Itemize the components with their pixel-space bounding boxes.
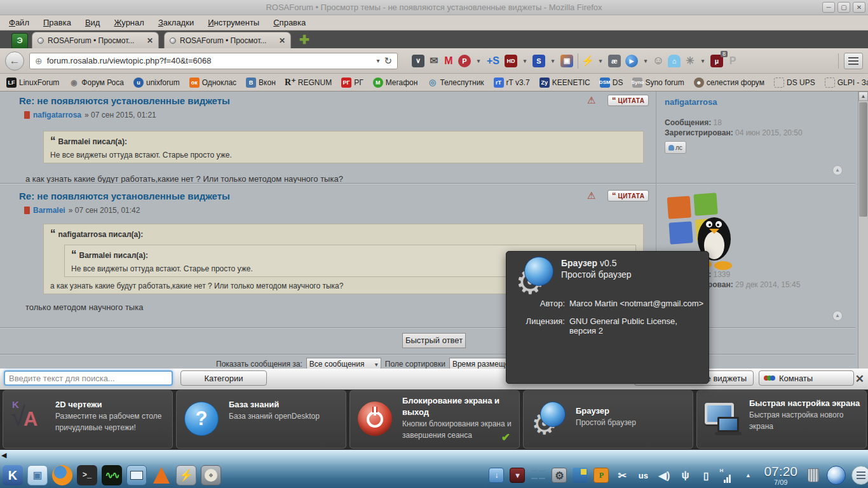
ghost-icon[interactable]: ⌂ xyxy=(668,55,681,67)
post-page-icon[interactable] xyxy=(24,111,30,119)
tab-1[interactable]: ROSAForum • Просмот... ✕ xyxy=(32,32,159,48)
ae-translate-icon[interactable]: æ xyxy=(608,55,621,67)
menu-file[interactable]: Файл xyxy=(9,18,29,27)
gmail-icon[interactable]: M xyxy=(444,55,454,67)
bookmark-megafon[interactable]: ММегафон xyxy=(373,78,418,88)
pinned-tab[interactable]: Э xyxy=(11,33,28,48)
widget-card-browser[interactable]: ⚙ БраузерПростой браузер xyxy=(523,390,693,449)
report-warning-icon[interactable]: ⚠ xyxy=(587,95,595,106)
maximize-button[interactable]: ▢ xyxy=(837,2,850,13)
pocket-icon[interactable]: ∨ xyxy=(412,55,424,67)
bookmark-rtorrent[interactable]: rTrT v3.7 xyxy=(494,78,530,88)
vlc-icon[interactable] xyxy=(151,465,172,485)
plugin-puzzle-icon[interactable] xyxy=(573,468,588,483)
url-text[interactable]: forum.rosalab.ru/viewtopic.php?f=40&t=60… xyxy=(47,56,372,65)
author-link[interactable]: nafigatarrosa xyxy=(33,111,81,119)
widget-card-lock-logout[interactable]: Блокирование экрана и выходКнопки блокир… xyxy=(349,390,520,449)
trash-icon[interactable] xyxy=(806,468,821,483)
dropdown-caret-icon[interactable]: ▾ xyxy=(522,55,528,67)
bookmark-syno-forum[interactable]: SynoSyno forum xyxy=(632,78,684,88)
savefrom-icon[interactable]: +S xyxy=(486,55,500,67)
system-monitor-icon[interactable]: ∿∿ xyxy=(102,465,122,485)
panel-settings-icon[interactable] xyxy=(851,466,868,485)
addon-p-icon[interactable]: P xyxy=(458,55,471,67)
back-button[interactable]: ← xyxy=(5,51,24,71)
reload-icon[interactable]: ↻ xyxy=(384,55,392,67)
disc-burner-icon[interactable] xyxy=(201,465,221,485)
quote-button[interactable]: “ ЦИТАТА xyxy=(607,190,649,201)
usb-icon[interactable]: ψ xyxy=(677,468,693,483)
post-title-link[interactable]: Re: не появляются установленные виджеты xyxy=(19,95,230,106)
scroll-top-icon[interactable]: ▲ xyxy=(832,165,843,175)
dropdown-caret-icon[interactable]: ▾ xyxy=(550,55,556,67)
bookmark-linuxforum[interactable]: LFLinuxForum xyxy=(6,78,59,88)
post-page-icon[interactable] xyxy=(24,207,30,214)
bookmark-rg[interactable]: РГРГ xyxy=(341,78,363,88)
addon-color-icon[interactable]: ▣ xyxy=(560,55,573,67)
tab-2-close-icon[interactable]: ✕ xyxy=(279,36,285,45)
panel-hide-icon[interactable]: ◀ xyxy=(1,451,6,459)
scrollbar-up-icon[interactable]: ▲ xyxy=(858,92,868,101)
private-message-button[interactable]: лс xyxy=(665,141,686,154)
scissors-icon[interactable]: ✂ xyxy=(614,468,630,483)
tab-2[interactable]: ROSAForum • Просмот... ✕ xyxy=(164,32,291,48)
tab-1-close-icon[interactable]: ✕ xyxy=(147,36,153,45)
quote-button[interactable]: “ ЦИТАТА xyxy=(607,95,649,106)
bookmark-ds[interactable]: DSMDS xyxy=(600,78,623,88)
menu-view[interactable]: Вид xyxy=(85,18,100,27)
close-button[interactable]: ✕ xyxy=(853,2,865,13)
network-signal-icon[interactable]: H xyxy=(719,468,735,483)
menu-edit[interactable]: Правка xyxy=(43,18,71,27)
toolbox-icon[interactable]: ▾ xyxy=(510,468,525,483)
settings-gear-icon[interactable]: ⚙ xyxy=(552,468,567,483)
smiley-icon[interactable]: ☺ xyxy=(653,55,663,67)
report-warning-icon[interactable]: ⚠ xyxy=(587,190,595,201)
downloads-icon[interactable]: ↓ xyxy=(489,468,504,483)
minimize-button[interactable]: ─ xyxy=(822,2,835,13)
profile-username-link[interactable]: nafigatarrosa xyxy=(665,97,717,107)
activities-button[interactable]: Комнаты xyxy=(759,370,854,386)
spider-icon[interactable]: ✳ xyxy=(685,55,695,67)
widget-search-input[interactable] xyxy=(4,370,173,386)
ublock-icon[interactable]: µ8 xyxy=(710,55,723,67)
menu-help[interactable]: Справка xyxy=(273,18,306,27)
menu-hamburger-button[interactable] xyxy=(844,53,863,69)
widget-card-knowledge-base[interactable]: ? База знанийБаза знаний openDesktop xyxy=(176,390,346,449)
bookmark-rosa-forum[interactable]: ◉Форум Роса xyxy=(69,78,124,88)
terminal-icon[interactable]: >_ xyxy=(77,465,97,485)
author-link[interactable]: Barmalei xyxy=(33,206,65,215)
bookmark-odnoklassniki[interactable]: окОдноклас xyxy=(189,78,236,88)
monitor-icon[interactable] xyxy=(126,465,147,485)
widget-card-screen-setup[interactable]: Быстрая настройка экранаБыстрая настройк… xyxy=(696,390,867,449)
window-titlebar[interactable]: ROSAForum • Просмотр темы - не появляютс… xyxy=(0,0,868,15)
save-disk-icon[interactable]: S xyxy=(532,55,545,67)
url-bar[interactable]: ⊕ forum.rosalab.ru/viewtopic.php?f=40&t=… xyxy=(29,53,398,69)
dropdown-caret-icon[interactable]: ▾ xyxy=(597,55,604,67)
bookmark-regnum[interactable]: R⁺REGNUM xyxy=(285,78,332,88)
clipboard-icon[interactable]: P xyxy=(593,468,609,483)
widget-card-2d-drawings[interactable]: K√A 2D чертежиРазместите на рабочем стол… xyxy=(3,390,173,449)
post-title-link[interactable]: Re: не появляются установленные виджеты xyxy=(19,191,230,201)
menu-tools[interactable]: Инструменты xyxy=(208,18,259,27)
bookmark-vk[interactable]: ВВкон xyxy=(246,78,276,88)
close-icon[interactable]: ✕ xyxy=(855,372,864,386)
volume-icon[interactable]: ◀) xyxy=(656,468,672,483)
url-dropdown-icon[interactable]: ▾ xyxy=(376,57,379,64)
bookmark-telesputnik[interactable]: ◎Телеспутник xyxy=(427,78,484,88)
dropdown-caret-icon[interactable]: ▾ xyxy=(475,55,482,67)
mail-icon[interactable]: ✉ xyxy=(429,55,439,67)
new-tab-button[interactable]: ✚ xyxy=(296,34,313,48)
scrollbar[interactable]: ▲ xyxy=(858,92,868,369)
flash-lightning-icon[interactable]: ⚡ xyxy=(583,55,593,67)
hd-icon[interactable]: HD xyxy=(505,55,517,67)
video-download-icon[interactable]: ▶ xyxy=(625,55,638,67)
firefox-icon[interactable] xyxy=(52,465,72,485)
bookmark-glpi[interactable]: GLPI - Заявки xyxy=(825,78,868,88)
scrollbar-thumb[interactable] xyxy=(859,102,867,217)
desktop-pager-icon[interactable] xyxy=(531,468,546,483)
categories-button[interactable]: Категории xyxy=(180,370,267,386)
bookmark-ds-ups[interactable]: DS UPS xyxy=(774,78,815,88)
dropdown-caret-icon[interactable]: ▾ xyxy=(700,55,706,67)
addon-disabled-p-icon[interactable]: P xyxy=(728,55,738,67)
keyboard-layout-indicator[interactable]: us xyxy=(635,468,651,483)
